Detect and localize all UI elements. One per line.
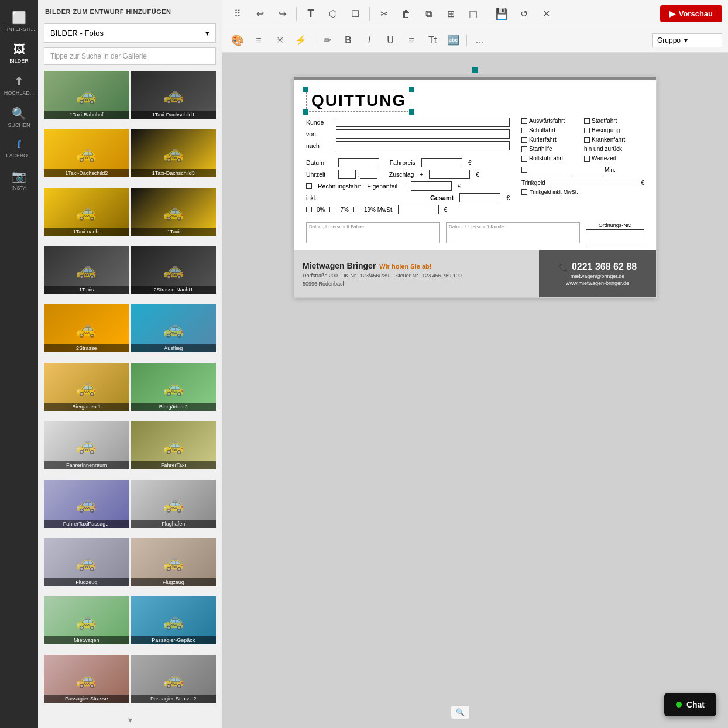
cut-button[interactable]: ✂ <box>375 5 393 23</box>
font-size-button[interactable]: Tt <box>423 31 442 50</box>
undo-button[interactable]: ↩ <box>250 5 269 23</box>
animate-button[interactable]: ⚡ <box>291 31 310 50</box>
rollstuhlfahrt-cb[interactable] <box>521 156 527 162</box>
mwst-7-checkbox[interactable] <box>329 207 335 212</box>
canvas-area[interactable]: QUITTUNG Kunde von <box>222 53 728 728</box>
sidebar-item-bilder[interactable]: 🖼 BILDER <box>0 38 38 68</box>
text-align-button[interactable]: ≡ <box>402 31 421 50</box>
preview-button[interactable]: ▶ Vorschau <box>660 5 722 22</box>
list-item[interactable]: 🚕1Taxi-Dachschild2 <box>44 129 129 177</box>
list-item[interactable]: 🚕2Strasse <box>44 304 129 352</box>
list-item[interactable]: 🚕Passagier-Strasse <box>44 655 129 703</box>
color-button[interactable]: 🎨 <box>228 31 247 50</box>
refresh-button[interactable]: ↺ <box>514 5 533 23</box>
sidebar-item-suchen[interactable]: 🔍 SUCHEN <box>0 102 38 133</box>
list-item[interactable]: 🚕FahrerInnenraum <box>44 421 129 469</box>
list-item[interactable]: 🚕Mietwagen <box>44 596 129 644</box>
text-button[interactable]: T <box>301 5 320 23</box>
zuschlag-input[interactable] <box>429 170 470 179</box>
fahrpreis-input[interactable] <box>421 158 462 167</box>
close-button[interactable]: ✕ <box>537 5 555 23</box>
gruppo-select[interactable]: Gruppo ▾ <box>652 33 722 47</box>
list-item[interactable]: 🚕Flugzeug <box>44 538 129 586</box>
uhrzeit-input-h[interactable] <box>338 170 356 179</box>
kunde-input[interactable] <box>336 118 510 127</box>
list-item[interactable]: 🚕Flughafen <box>131 480 217 528</box>
list-item[interactable]: 🚕1Taxis <box>44 246 129 294</box>
scroll-down-arrow[interactable]: ▾ <box>38 712 222 728</box>
layers-button[interactable]: ◫ <box>463 5 482 23</box>
wartezeit-cb[interactable] <box>584 156 590 162</box>
list-item[interactable]: 🚕1Taxi <box>131 188 217 236</box>
list-item[interactable]: 🚕1Taxi-Dachschild3 <box>131 129 217 177</box>
italic-button[interactable]: I <box>360 31 379 50</box>
list-item[interactable]: 🚕Biergarten 1 <box>44 363 129 411</box>
receipt-document: QUITTUNG Kunde von <box>294 76 657 298</box>
besorgung-cb[interactable] <box>584 128 590 133</box>
mwst-19-checkbox[interactable] <box>353 207 359 212</box>
trinkgeld-input[interactable] <box>548 178 639 187</box>
krankenfahrt-cb[interactable] <box>584 137 590 143</box>
list-item[interactable]: 🚕1Taxi-Bahnhof <box>44 71 129 119</box>
wartezeit-input[interactable] <box>530 165 571 174</box>
ordnungs-input[interactable] <box>586 229 644 248</box>
separator-4 <box>314 35 314 46</box>
wartezeit-extra-cb[interactable] <box>521 167 527 173</box>
font-button[interactable]: 🔤 <box>444 31 463 50</box>
trinkgeld-currency: € <box>641 180 644 186</box>
rechnungsfahrt-checkbox[interactable] <box>306 183 312 189</box>
list-item[interactable]: 🚕Biergärten 2 <box>131 363 217 411</box>
stadtfahrt-cb[interactable] <box>584 118 590 124</box>
sig-box-fahrer[interactable]: Datum, Unterschrift Fahrer <box>306 222 440 243</box>
handle-tl <box>303 87 308 92</box>
list-item[interactable]: 🚕1Taxi-Dachschild1 <box>131 71 217 119</box>
list-item[interactable]: 🚕Ausflieg <box>131 304 217 352</box>
effects-button[interactable]: ✳ <box>270 31 289 50</box>
more-button[interactable]: … <box>471 31 489 50</box>
mwst-0-checkbox[interactable] <box>306 207 312 212</box>
starthilfe-cb[interactable] <box>521 146 527 152</box>
list-item[interactable]: 🚕Flugzeug <box>131 538 217 586</box>
delete-button[interactable]: 🗑 <box>397 5 415 23</box>
eigenanteil-input[interactable] <box>411 181 452 191</box>
schulfahrt-cb[interactable] <box>521 128 527 133</box>
list-item[interactable]: 🚕FahrerTaxiPassag... <box>44 480 129 528</box>
redo-button[interactable]: ↪ <box>273 5 291 23</box>
datum-input[interactable] <box>338 158 379 167</box>
auswartsfahrt-cb[interactable] <box>521 118 527 124</box>
panel-dropdown[interactable]: BILDER - Fotos ▾ <box>44 23 216 43</box>
sidebar: ⬜ HINTERGR... 🖼 BILDER ⬆ HOCHLAD... 🔍 SU… <box>0 0 38 728</box>
sidebar-item-hintergrund[interactable]: ⬜ HINTERGR... <box>0 6 38 37</box>
uhrzeit-input-m[interactable] <box>360 170 377 179</box>
list-item[interactable]: 🚕FahrerTaxi <box>131 421 217 469</box>
align-button[interactable]: ≡ <box>249 31 268 50</box>
list-item[interactable]: 🚕1Taxi-nacht <box>44 188 129 236</box>
panel-search[interactable]: Tippe zur Suche in der Gallerie <box>44 47 216 65</box>
list-item[interactable]: 🚕Passagier-Strasse2 <box>131 655 217 703</box>
grid-button[interactable]: ⊞ <box>441 5 460 23</box>
bold-button[interactable]: B <box>339 31 358 50</box>
copy-button[interactable]: ⧉ <box>419 5 438 23</box>
gesamt-input[interactable] <box>459 193 500 202</box>
von-input[interactable] <box>336 129 510 139</box>
chat-widget[interactable]: Chat <box>664 693 716 716</box>
sidebar-item-hochladen[interactable]: ⬆ HOCHLAD... <box>0 70 38 101</box>
mwst-input[interactable] <box>398 205 439 214</box>
sidebar-item-facebook[interactable]: f FACEBO... <box>0 134 38 163</box>
mwst-7-label: 7% <box>340 207 348 213</box>
shape-button[interactable]: ⬡ <box>324 5 342 23</box>
wartezeit-min-input[interactable] <box>573 165 602 174</box>
list-item[interactable]: 🚕2Strasse-Nacht1 <box>131 246 217 294</box>
frame-button[interactable]: ☐ <box>346 5 365 23</box>
toolbar-second: 🎨 ≡ ✳ ⚡ ✏ B I U ≡ Tt 🔤 … Gruppo ▾ <box>222 28 728 53</box>
list-item[interactable]: 🚕Passagier-Gepäck <box>131 596 217 644</box>
qr-button[interactable]: ⠿ <box>228 5 247 23</box>
pen-button[interactable]: ✏ <box>318 31 336 50</box>
trinkgeld-mwst-cb[interactable] <box>521 189 527 195</box>
save-button[interactable]: 💾 <box>492 5 511 23</box>
sidebar-item-insta[interactable]: 📷 INSTA <box>0 164 38 195</box>
kurierfahrt-cb[interactable] <box>521 137 527 143</box>
nach-input[interactable] <box>336 141 510 150</box>
sig-box-kunde[interactable]: Datum, Unterschrift Kunde <box>446 222 580 243</box>
underline-button[interactable]: U <box>381 31 400 50</box>
